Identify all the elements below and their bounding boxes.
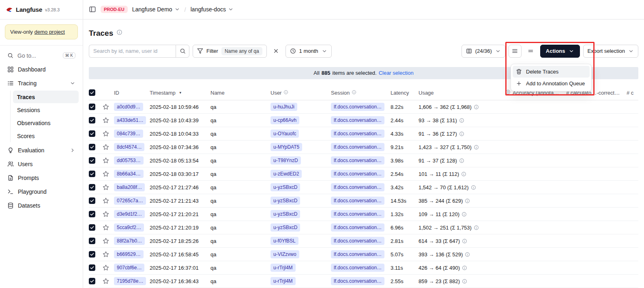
header-timestamp[interactable]: Timestamp▼ [150, 86, 210, 100]
session-badge[interactable]: lf.docs.conversation… [331, 116, 384, 124]
filter-button[interactable]: Filter Name any of qa [193, 45, 267, 58]
org-switcher[interactable]: Langfuse Demo [132, 6, 180, 13]
trace-id-badge[interactable]: 07265c7a… [114, 197, 146, 205]
usage-info-icon[interactable] [461, 171, 466, 177]
user-badge[interactable]: u-yzSBxcD [270, 183, 300, 191]
user-badge[interactable]: u-huJhuJi [270, 103, 297, 111]
usage-info-icon[interactable] [474, 145, 479, 150]
usage-info-icon[interactable] [459, 158, 464, 163]
usage-info-icon[interactable] [465, 198, 470, 204]
sidebar-item-users[interactable]: Users [4, 157, 79, 171]
star-icon[interactable] [103, 197, 112, 204]
select-all-checkbox[interactable] [89, 89, 95, 96]
trace-row[interactable]: 88f2a7b0… 2025-02-17 18:25:26 qa u-f0YfB… [89, 234, 638, 248]
header-usage[interactable]: Usage [419, 86, 505, 100]
trace-id-badge[interactable]: b669529… [114, 250, 144, 258]
row-checkbox[interactable] [89, 264, 95, 271]
session-badge[interactable]: lf.docs.conversation… [331, 250, 384, 258]
header-name[interactable]: Name [210, 86, 270, 100]
sidebar-item-datasets[interactable]: Datasets [4, 199, 79, 212]
trace-id-badge[interactable]: 8dcf4574… [114, 143, 144, 151]
star-icon[interactable] [103, 278, 112, 284]
trace-row[interactable]: 8b66a34… 2025-02-18 03:30:17 qa u-zEwdED… [89, 167, 638, 181]
row-checkbox[interactable] [89, 144, 95, 150]
user-badge[interactable]: u-VIZzvwo [270, 250, 299, 258]
clear-filter-button[interactable] [270, 45, 282, 57]
star-icon[interactable] [103, 238, 112, 244]
sidebar-item-sessions[interactable]: Sessions [13, 104, 79, 116]
export-selection-button[interactable]: Export selection [583, 45, 639, 58]
star-icon[interactable] [103, 144, 112, 150]
trace-row[interactable]: 8dcf4574… 2025-02-18 07:34:36 qa u-MYpDA… [89, 141, 638, 154]
header-latency[interactable]: Latency [391, 86, 419, 100]
row-checkbox[interactable] [89, 171, 95, 177]
search-button[interactable] [176, 45, 189, 58]
actions-button[interactable]: Actions [540, 45, 580, 58]
trace-id-badge[interactable]: 084c739… [114, 130, 143, 138]
session-badge[interactable]: lf.docs.conversation… [331, 103, 384, 111]
user-badge[interactable]: u-f0YfBSL [270, 237, 298, 245]
row-checkbox[interactable] [89, 157, 95, 164]
trace-id-badge[interactable]: dd05753… [114, 156, 144, 165]
session-badge[interactable]: lf.docs.conversation… [331, 223, 384, 232]
sidebar-item-scores[interactable]: Scores [13, 130, 79, 142]
session-badge[interactable]: lf.docs.conversation… [331, 143, 384, 151]
header-truncated[interactable]: # c [627, 86, 638, 100]
row-checkbox[interactable] [89, 104, 95, 110]
trace-row[interactable]: a433de51… 2025-02-18 10:43:39 qa u-cp66A… [89, 114, 638, 127]
row-checkbox[interactable] [89, 211, 95, 217]
trace-id-badge[interactable]: 8b66a34… [114, 170, 144, 178]
session-badge[interactable]: lf.docs.conversation… [331, 156, 384, 165]
sidebar-toggle-icon[interactable] [89, 6, 96, 13]
user-badge[interactable]: u-cp66Avh [270, 116, 299, 124]
row-checkbox[interactable] [89, 251, 95, 258]
usage-info-icon[interactable] [462, 279, 467, 284]
trace-row[interactable]: d3e9d1f2… 2025-02-17 21:20:21 qa u-yzSBx… [89, 208, 638, 221]
info-icon[interactable] [352, 90, 356, 96]
usage-info-icon[interactable] [459, 118, 464, 123]
usage-info-icon[interactable] [474, 225, 479, 230]
session-badge[interactable]: lf.docs.conversation… [331, 237, 384, 245]
usage-info-icon[interactable] [462, 238, 467, 244]
sidebar-item-observations[interactable]: Observations [13, 117, 79, 129]
trace-row[interactable]: 07265c7a… 2025-02-17 21:21:43 qa u-yzSBx… [89, 194, 638, 208]
row-checkbox[interactable] [89, 224, 95, 231]
star-icon[interactable] [103, 264, 112, 271]
user-badge[interactable]: u-yzSBxcD [270, 210, 300, 218]
trace-row[interactable]: 084c739… 2025-02-18 10:04:33 qa u-OYauof… [89, 127, 638, 141]
row-height-button[interactable] [509, 45, 522, 58]
user-badge[interactable]: u-rTrjl4M [270, 264, 296, 272]
trace-row[interactable]: ba8a208f… 2025-02-17 21:27:46 qa u-yzSBx… [89, 181, 638, 194]
star-icon[interactable] [103, 171, 112, 177]
columns-button[interactable]: (24/36) [462, 45, 505, 58]
trace-id-badge[interactable]: d3e9d1f2… [114, 210, 145, 218]
usage-info-icon[interactable] [471, 185, 476, 190]
row-checkbox[interactable] [89, 184, 95, 191]
session-badge[interactable]: lf.docs.conversation… [331, 197, 384, 205]
sidebar-item-playground[interactable]: Playground [4, 185, 79, 198]
info-icon[interactable] [116, 29, 122, 37]
session-badge[interactable]: lf.docs.conversation… [331, 170, 384, 178]
sidebar-item-tracing[interactable]: Tracing [4, 76, 79, 90]
trace-row[interactable]: b669529… 2025-02-17 16:58:45 qa u-VIZzvw… [89, 248, 638, 261]
sidebar-item-prompts[interactable]: Prompts [4, 171, 79, 184]
row-height-compact-button[interactable] [525, 45, 537, 57]
project-switcher[interactable]: langfuse-docs [191, 6, 234, 13]
trace-row[interactable]: dd05753… 2025-02-18 05:13:54 qa u-T98Ynz… [89, 154, 638, 167]
menu-item-delete-traces[interactable]: Delete Traces [513, 66, 590, 78]
row-checkbox[interactable] [89, 130, 95, 137]
row-checkbox[interactable] [89, 238, 95, 244]
star-icon[interactable] [103, 211, 112, 217]
star-icon[interactable] [103, 157, 112, 164]
star-icon[interactable] [103, 251, 112, 258]
trace-id-badge[interactable]: 5cca9cf2… [114, 223, 144, 232]
trace-row[interactable]: a0cd0d9… 2025-02-18 10:59:46 qa u-huJhuJ… [89, 100, 638, 114]
usage-info-icon[interactable] [462, 212, 467, 217]
session-badge[interactable]: lf.docs.conversation… [331, 277, 384, 285]
time-range-button[interactable]: 1 month [286, 45, 332, 58]
header-user[interactable]: User [270, 86, 331, 100]
trace-row[interactable]: 5cca9cf2… 2025-02-17 21:20:19 qa u-yzSBx… [89, 221, 638, 234]
user-badge[interactable]: u-rTrjl4M [270, 277, 296, 285]
trace-id-badge[interactable]: a433de51… [114, 116, 146, 124]
star-icon[interactable] [103, 117, 112, 123]
